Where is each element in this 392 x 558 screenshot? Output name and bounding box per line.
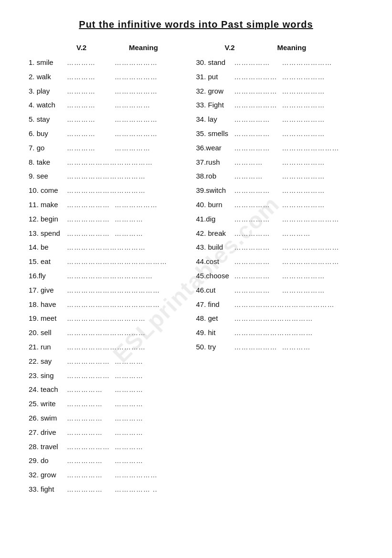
left-header: V.2 Meaning: [29, 43, 196, 52]
item-number: 34. lay: [196, 113, 234, 126]
item-number: 10. come: [29, 184, 67, 197]
item-number: 43. build: [196, 241, 234, 253]
list-item: 26. swim …………… …………: [29, 412, 196, 424]
meaning-dots: …………: [115, 442, 162, 453]
item-number: 19. meet: [29, 312, 67, 325]
list-item: 4. watch ………… ……………: [29, 99, 196, 111]
v2-dots: ………………: [234, 100, 282, 111]
list-item: 17. give ………………… ………………: [29, 284, 196, 296]
item-number: 18. have: [29, 298, 67, 311]
item-number: 5. stay: [29, 113, 67, 126]
list-item: 25. write …………… …………: [29, 398, 196, 410]
item-number: 48. get: [196, 312, 234, 325]
list-item: 27. drive …………… …………: [29, 426, 196, 439]
list-item: 32. grow …………… ………………: [29, 469, 196, 481]
meaning-dots: ……………………: [282, 214, 339, 225]
list-item: 14. be ………………… …………: [29, 241, 196, 253]
left-v2-header: V.2: [76, 43, 129, 52]
list-item: 1. smile ………… ………………: [29, 56, 196, 69]
item-number: 15. eat: [29, 255, 67, 268]
item-number: 33. Fight: [196, 99, 234, 111]
v2-dots: …………: [67, 114, 115, 126]
content-area: 1. smile ………… ……………… 2. walk ………… …………………: [29, 56, 363, 497]
v2-dots: ………………: [67, 200, 115, 211]
meaning-dots: ………………: [115, 57, 162, 69]
item-number: 21. run: [29, 341, 67, 353]
list-item: 20. sell ………………… …………: [29, 326, 196, 339]
meaning-dots: …………: [115, 214, 162, 225]
item-number: 36.wear: [196, 142, 234, 154]
list-item: 44.cost …………… ……………………: [196, 255, 364, 268]
v2-dots: ……………: [234, 128, 282, 140]
list-item: 18. have ………………… ………………: [29, 298, 196, 311]
list-item: 12. begin ……………… …………: [29, 213, 196, 225]
v2-dots: …………………: [67, 327, 117, 339]
item-number: 24. teach: [29, 383, 67, 396]
meaning-dots: ………………: [282, 285, 330, 296]
list-item: 15. eat ………………… …………………: [29, 255, 196, 268]
item-number: 1. smile: [29, 56, 67, 69]
meaning-dots: ………………: [282, 171, 330, 182]
meaning-dots: ………………: [282, 86, 330, 97]
left-meaning-header: Meaning: [129, 43, 158, 52]
list-item: 34. lay …………… ………………: [196, 113, 364, 126]
item-number: 44.cost: [196, 255, 234, 268]
item-number: 11. make: [29, 199, 67, 211]
item-number: 7. go: [29, 142, 67, 154]
list-item: 2. walk ………… ………………: [29, 71, 196, 83]
right-header: V.2 Meaning: [196, 43, 364, 52]
v2-dots: ……………: [67, 484, 115, 495]
v2-dots: ………………: [67, 228, 115, 240]
v2-dots: …………………: [234, 327, 285, 339]
item-number: 28. travel: [29, 441, 67, 453]
list-item: 39.switch …………… ………………: [196, 184, 364, 197]
v2-dots: ………………: [67, 442, 115, 453]
item-number: 26. swim: [29, 412, 67, 424]
meaning-dots: …………: [282, 342, 330, 353]
item-number: 2. walk: [29, 71, 67, 83]
v2-dots: ……………: [234, 57, 282, 69]
list-item: 40. burn …………… ………………: [196, 199, 364, 211]
v2-dots: …………………: [67, 271, 117, 282]
meaning-dots: …………: [117, 171, 165, 182]
meaning-dots: …………: [115, 370, 162, 382]
meaning-dots: ……………………: [282, 242, 339, 253]
meaning-dots: ………………: [115, 114, 162, 126]
columns-header: V.2 Meaning V.2 Meaning: [29, 43, 363, 52]
list-item: 16.fly ………………… ……………: [29, 270, 196, 282]
meaning-dots: ………………: [115, 128, 162, 140]
v2-dots: …………………: [67, 285, 117, 296]
v2-dots: …………: [67, 128, 115, 140]
v2-dots: …………………: [67, 171, 117, 182]
item-number: 30. stand: [196, 56, 234, 69]
item-number: 46.cut: [196, 284, 234, 296]
v2-dots: …………………: [67, 157, 117, 168]
v2-dots: …………: [234, 157, 282, 168]
item-number: 23. sing: [29, 369, 67, 382]
page-title: Put the infinitive words into Past simpl…: [29, 19, 363, 30]
list-item: 5. stay ………… ………………: [29, 113, 196, 126]
item-number: 50. try: [196, 341, 234, 353]
meaning-dots: …………: [115, 413, 162, 424]
meaning-dots: ………………: [282, 185, 330, 197]
list-item: 45.choose …………… ………………: [196, 270, 364, 282]
list-item: 10. come ………………… …………: [29, 184, 196, 197]
meaning-dots: …………: [115, 427, 162, 439]
item-number: 12. begin: [29, 213, 67, 225]
list-item: 38.rob ………… ………………: [196, 170, 364, 182]
item-number: 40. burn: [196, 199, 234, 211]
item-number: 22. say: [29, 355, 67, 368]
meaning-dots: ………………: [282, 72, 330, 83]
list-item: 42. break …………… …………: [196, 227, 364, 240]
meaning-dots: ………………: [282, 271, 330, 282]
item-number: 42. break: [196, 227, 234, 240]
meaning-dots: …………: [117, 342, 165, 353]
meaning-dots: ……………: [115, 100, 162, 111]
v2-dots: …………: [67, 100, 115, 111]
meaning-dots: ……………………: [282, 143, 339, 154]
meaning-dots: …………: [285, 327, 332, 339]
item-number: 6. buy: [29, 127, 67, 140]
meaning-dots: ………………: [117, 285, 165, 296]
item-number: 47. find: [196, 298, 234, 311]
v2-dots: ……………: [234, 200, 282, 211]
